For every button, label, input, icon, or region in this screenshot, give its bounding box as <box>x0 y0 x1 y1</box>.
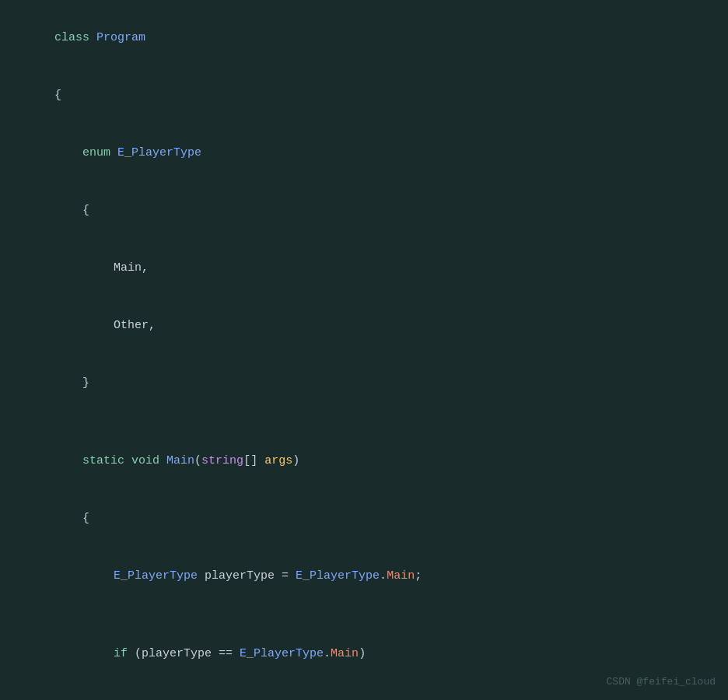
watermark: CSDN @feifei_cloud <box>607 674 716 691</box>
code-line-8: static void Main(string[] args) <box>0 432 728 490</box>
code-container: class Program { enum E_PlayerType { Main… <box>0 0 728 700</box>
code-line-9: { <box>0 490 728 548</box>
code-line-blank1 <box>0 412 728 432</box>
code-line-5: Main, <box>0 240 728 297</box>
code-line-7: } <box>0 355 728 412</box>
code-line-3: enum E_PlayerType <box>0 124 728 182</box>
code-line-4: { <box>0 182 728 240</box>
code-line-2: { <box>0 67 728 124</box>
code-line-6: Other, <box>0 297 728 355</box>
code-line-blank2 <box>0 605 728 625</box>
code-line-10: E_PlayerType playerType = E_PlayerType.M… <box>0 548 728 605</box>
code-line-1: class Program <box>0 9 728 67</box>
